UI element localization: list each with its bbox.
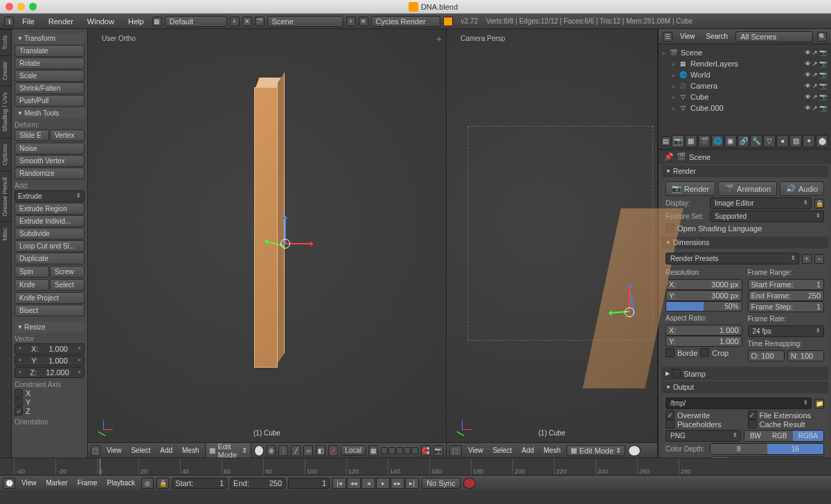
scene-tab-icon[interactable]: 🎬	[698, 135, 711, 147]
render-layers-tab-icon[interactable]: ▦	[685, 135, 697, 147]
select-menu[interactable]: Select	[127, 447, 154, 454]
texture-tab-icon[interactable]: ▨	[789, 135, 802, 147]
resolution-x-input[interactable]: X:3000 px	[665, 279, 742, 290]
editor-type-icon[interactable]: ▤	[661, 136, 671, 146]
color-mode-segment[interactable]: BWRGBRGBA	[744, 430, 824, 442]
remove-preset-icon[interactable]: −	[814, 254, 824, 264]
jump-end-icon[interactable]: ▸|	[405, 478, 419, 489]
osl-check[interactable]: Open Shading Language	[665, 224, 824, 233]
extrude-dropdown[interactable]: Extrude	[15, 190, 84, 202]
resolution-y-input[interactable]: Y:3000 px	[665, 290, 742, 301]
menu-render[interactable]: Render	[43, 16, 79, 27]
constraints-tab-icon[interactable]: 🔗	[738, 135, 750, 147]
pin-icon[interactable]: 📌	[664, 152, 674, 161]
outliner-item[interactable]: ▹▽Cube.000👁↗📷	[671, 102, 828, 114]
toggle-properties-icon[interactable]: +	[436, 33, 442, 44]
outliner-view-menu[interactable]: View	[677, 33, 699, 40]
aspect-y-input[interactable]: Y:1.000	[665, 336, 742, 347]
maximize-window-icon[interactable]	[29, 3, 37, 10]
mesh-menu[interactable]: Mesh	[540, 447, 564, 454]
feature-set-dropdown[interactable]: Supported	[710, 210, 824, 222]
cache-result-check[interactable]: Cache Result	[748, 420, 825, 429]
render-icon[interactable]: 📷	[434, 445, 443, 456]
layers-icon[interactable]: ▦	[368, 445, 378, 456]
outliner-display-dropdown[interactable]: All Scenes	[735, 31, 813, 42]
lock-icon[interactable]: 🔒	[814, 199, 824, 208]
modifiers-tab-icon[interactable]: 🔧	[750, 135, 762, 147]
add-scene-icon[interactable]: +	[346, 17, 356, 26]
extrude-individual-button[interactable]: Extrude Individ...	[15, 215, 84, 227]
render-presets-dropdown[interactable]: Render Presets	[665, 253, 799, 264]
scale-button[interactable]: Scale	[15, 70, 84, 82]
translate-button[interactable]: Translate	[15, 45, 84, 57]
frame-step-input[interactable]: Frame Step:1	[748, 301, 825, 312]
browse-folder-icon[interactable]: 📁	[814, 399, 824, 408]
tab-grease-pencil[interactable]: Grease Pencil	[0, 171, 11, 222]
object-tab-icon[interactable]: ▣	[724, 135, 737, 147]
editor-type-icon[interactable]: ☰	[663, 32, 672, 42]
layout-dropdown[interactable]: Default	[165, 16, 227, 27]
screw-button[interactable]: Screw	[50, 266, 84, 278]
tab-tools[interactable]: Tools	[0, 29, 11, 55]
layout-icon[interactable]: ▦	[152, 17, 162, 26]
close-window-icon[interactable]	[6, 3, 13, 10]
output-section[interactable]: Output	[661, 381, 828, 393]
edge-select-icon[interactable]: ╱	[291, 445, 301, 456]
time-new-input[interactable]: N: 100	[787, 350, 824, 361]
outliner-item[interactable]: ▹🎬Scene👁↗📷	[661, 47, 828, 58]
tab-options[interactable]: Options	[0, 138, 11, 171]
keyframe-prev-icon[interactable]: ◂◂	[347, 478, 361, 489]
aspect-x-input[interactable]: X:1.000	[665, 325, 742, 336]
overwrite-check[interactable]: Overwrite	[665, 411, 742, 420]
add-layout-icon[interactable]: +	[230, 17, 240, 26]
tab-misc[interactable]: Misc	[0, 222, 11, 246]
data-tab-icon[interactable]: ▽	[763, 135, 776, 147]
resize-x-input[interactable]: X:1.000	[15, 343, 84, 354]
scene-icon[interactable]: 🎬	[255, 17, 265, 26]
jump-start-icon[interactable]: |◂	[332, 478, 346, 489]
resolution-pct-slider[interactable]: 50%	[665, 301, 742, 312]
shading-icon[interactable]	[254, 445, 264, 456]
extrude-region-button[interactable]: Extrude Region	[15, 203, 84, 215]
editor-type-icon[interactable]: ℹ	[4, 17, 14, 26]
menu-window[interactable]: Window	[82, 16, 120, 27]
file-extensions-check[interactable]: File Extensions	[748, 411, 825, 420]
autokey-icon[interactable]	[463, 478, 476, 489]
resize-y-input[interactable]: Y:1.000	[15, 355, 84, 366]
duplicate-button[interactable]: Duplicate	[15, 253, 84, 264]
constraint-z-check[interactable]: ✓Z	[15, 407, 84, 415]
output-path-input[interactable]: /tmp/	[665, 397, 812, 409]
smooth-vertex-button[interactable]: Smooth Vertex	[15, 155, 84, 167]
orientation-dropdown[interactable]: Local	[341, 445, 366, 456]
view-menu[interactable]: View	[465, 447, 487, 454]
tab-create[interactable]: Create	[0, 55, 11, 86]
slide-vertex-button[interactable]: Vertex	[50, 129, 84, 141]
tab-shading-uvs[interactable]: Shading / UVs	[0, 86, 11, 138]
manipulator-gizmo-icon[interactable]	[609, 291, 650, 333]
mesh-tools-section[interactable]: Mesh Tools	[15, 108, 84, 118]
timeline-view-menu[interactable]: View	[18, 479, 40, 487]
editor-type-icon[interactable]: 🕐	[3, 478, 15, 489]
push-pull-button[interactable]: Push/Pull	[15, 95, 84, 107]
manipulator-gizmo-icon[interactable]	[265, 223, 306, 264]
timeline-frame-menu[interactable]: Frame	[74, 479, 101, 487]
viewport-right[interactable]: Camera Persp (1) Cube ⬚ View Select Add …	[447, 29, 658, 458]
mode-dropdown[interactable]: ▦ Edit Mode ⇕	[205, 442, 251, 458]
compression-slider[interactable]: 15%	[711, 456, 824, 458]
audio-button[interactable]: 🔊Audio	[780, 181, 824, 196]
vertex-select-icon[interactable]: ⋮	[278, 445, 288, 456]
stamp-section[interactable]: Stamp	[661, 367, 828, 380]
knife-button[interactable]: Knife	[15, 279, 49, 291]
display-dropdown[interactable]: Image Editor	[710, 197, 812, 209]
randomize-button[interactable]: Randomize	[15, 168, 84, 179]
frame-rate-dropdown[interactable]: 24 fps	[748, 325, 825, 337]
face-select-icon[interactable]: ▱	[303, 445, 313, 456]
rotate-button[interactable]: Rotate	[15, 57, 84, 69]
shrink-fatten-button[interactable]: Shrink/Fatten	[15, 82, 84, 94]
add-menu[interactable]: Add	[157, 447, 176, 454]
sync-dropdown[interactable]: No Sync	[422, 478, 461, 489]
spin-button[interactable]: Spin	[15, 266, 49, 278]
shading-icon[interactable]	[628, 445, 641, 456]
limit-selection-icon[interactable]: ◧	[316, 445, 325, 456]
add-preset-icon[interactable]: +	[802, 254, 812, 264]
